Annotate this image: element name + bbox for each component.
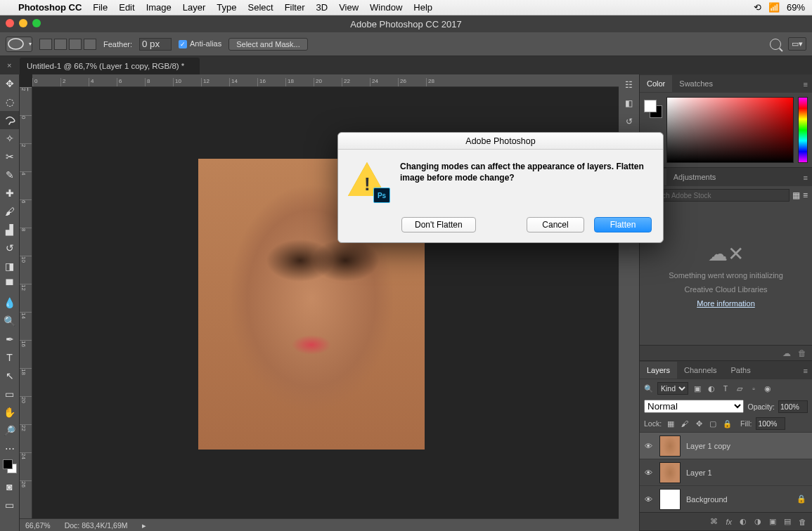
mac-menu-filter[interactable]: Filter — [285, 2, 305, 13]
mac-menu-window[interactable]: Window — [370, 2, 402, 13]
layer-name[interactable]: Layer 1 — [686, 468, 712, 477]
fx-icon[interactable]: fx — [726, 518, 732, 526]
lock-transparent-icon[interactable]: ▦ — [666, 419, 676, 428]
doc-size[interactable]: Doc: 863,4K/1,69M — [65, 521, 128, 530]
select-and-mask-button[interactable]: Select and Mask... — [228, 38, 308, 51]
ruler-vertical[interactable]: 202468101214161820222426 — [20, 87, 32, 518]
mac-menu-layer[interactable]: Layer — [183, 2, 206, 13]
library-search-input[interactable] — [644, 189, 790, 202]
move-tool[interactable]: ✥ — [0, 74, 19, 93]
hue-slider[interactable] — [798, 97, 808, 163]
eyedropper-tool[interactable]: ✎ — [0, 166, 19, 184]
trash-icon[interactable]: 🗑 — [798, 348, 806, 358]
delete-layer-icon[interactable]: 🗑 — [799, 518, 806, 526]
color-swatches[interactable] — [0, 458, 19, 478]
layer-thumbnail[interactable] — [659, 435, 681, 457]
mac-menu-select[interactable]: Select — [247, 2, 273, 13]
blend-mode-select[interactable]: Normal — [644, 400, 744, 413]
workspace-switcher[interactable]: ▭▾ — [788, 37, 806, 51]
feather-input[interactable] — [139, 38, 172, 51]
filter-smart-icon[interactable]: ▫ — [749, 383, 759, 393]
ruler-horizontal[interactable]: 0246810121416182022242628 — [32, 74, 619, 87]
link-layers-icon[interactable]: ⌘ — [710, 517, 718, 526]
layer-row[interactable]: 👁 Layer 1 copy — [640, 432, 812, 459]
dock-icon-3[interactable]: ↺ — [626, 117, 633, 126]
dont-flatten-button[interactable]: Don't Flatten — [401, 217, 476, 232]
tool-preset-picker[interactable]: ▾ — [6, 37, 32, 52]
dock-icon-2[interactable]: ◧ — [625, 98, 633, 108]
mac-menu-type[interactable]: Type — [217, 2, 236, 13]
lock-artboard-icon[interactable]: ▢ — [708, 419, 718, 428]
layer-row[interactable]: 👁 Layer 1 — [640, 459, 812, 485]
tab-channels[interactable]: Channels — [677, 362, 723, 379]
minimize-window-icon[interactable] — [19, 19, 27, 27]
pen-tool[interactable]: ✒ — [0, 330, 19, 348]
opacity-input[interactable] — [778, 400, 808, 413]
lasso-tool[interactable] — [0, 111, 19, 129]
flatten-button[interactable]: Flatten — [594, 217, 652, 232]
path-select-tool[interactable]: ↖ — [0, 367, 19, 385]
lock-position-icon[interactable]: ✥ — [694, 419, 704, 428]
filter-kind-select[interactable]: Kind — [657, 382, 688, 395]
traffic-lights[interactable] — [6, 19, 41, 27]
visibility-icon[interactable]: 👁 — [643, 468, 654, 477]
mac-menu-file[interactable]: File — [93, 2, 108, 13]
new-selection-button[interactable] — [39, 39, 52, 50]
adjustment-icon[interactable]: ◑ — [754, 517, 761, 526]
mac-menu-image[interactable]: Image — [146, 2, 172, 13]
screen-mode-icon[interactable]: ▭ — [0, 496, 19, 514]
eraser-tool[interactable]: ◨ — [0, 257, 19, 275]
filter-pixel-icon[interactable]: ▣ — [692, 383, 702, 393]
zoom-level[interactable]: 66,67% — [25, 521, 51, 530]
history-brush-tool[interactable]: ↺ — [0, 239, 19, 257]
mac-menu-3d[interactable]: 3D — [316, 2, 328, 13]
edit-toolbar-icon[interactable]: ⋯ — [0, 440, 19, 458]
quick-mask-icon[interactable]: ◙ — [0, 478, 19, 496]
filter-type-icon[interactable]: T — [721, 383, 730, 393]
list-view-icon[interactable]: ≡ — [803, 190, 808, 200]
color-field[interactable] — [666, 97, 794, 163]
visibility-icon[interactable]: 👁 — [643, 495, 654, 504]
cloud-icon[interactable]: ☁ — [782, 348, 791, 358]
wifi-icon[interactable]: 📶 — [768, 2, 780, 13]
subtract-selection-button[interactable] — [69, 39, 82, 50]
mac-menu-edit[interactable]: Edit — [119, 2, 134, 13]
filter-adjust-icon[interactable]: ◐ — [707, 383, 716, 393]
antialias-checkbox[interactable]: ✓Anti-alias — [179, 39, 221, 48]
layer-name[interactable]: Background — [686, 495, 728, 504]
healing-tool[interactable]: ✚ — [0, 184, 19, 202]
dock-icon-1[interactable]: ☷ — [625, 80, 633, 90]
search-icon[interactable] — [770, 39, 781, 50]
zoom-tool[interactable]: 🔎 — [0, 421, 19, 440]
cc-icon[interactable]: ⟲ — [754, 2, 761, 13]
tab-swatches[interactable]: Swatches — [672, 75, 720, 92]
filter-search-icon[interactable]: 🔍 — [644, 384, 653, 393]
document-tab[interactable]: × Untitled-1 @ 66,7% (Layer 1 copy, RGB/… — [20, 58, 200, 74]
brush-tool[interactable]: 🖌 — [0, 202, 19, 221]
crop-tool[interactable]: ✂ — [0, 148, 19, 166]
status-arrow-icon[interactable]: ▸ — [142, 521, 146, 530]
tab-layers[interactable]: Layers — [640, 362, 677, 379]
panel-menu-icon[interactable]: ≡ — [804, 367, 808, 375]
close-window-icon[interactable] — [6, 19, 14, 27]
layer-thumbnail[interactable] — [659, 462, 681, 483]
group-icon[interactable]: ▣ — [769, 517, 776, 526]
new-layer-icon[interactable]: ▤ — [784, 517, 791, 526]
visibility-icon[interactable]: 👁 — [643, 442, 654, 450]
layer-row[interactable]: 👁 Background 🔒 — [640, 485, 812, 512]
type-tool[interactable]: T — [0, 348, 19, 367]
more-information-link[interactable]: More information — [697, 299, 755, 308]
dodge-tool[interactable]: 🔍 — [0, 312, 19, 330]
magic-wand-tool[interactable]: ✧ — [0, 129, 19, 148]
mac-app-name[interactable]: Photoshop CC — [18, 2, 82, 13]
add-selection-button[interactable] — [54, 39, 67, 50]
layer-thumbnail[interactable] — [659, 489, 681, 510]
fill-input[interactable] — [756, 417, 785, 430]
shape-tool[interactable]: ▭ — [0, 385, 19, 403]
gradient-tool[interactable]: ▀ — [0, 275, 19, 294]
zoom-window-icon[interactable] — [32, 19, 41, 27]
layer-name[interactable]: Layer 1 copy — [686, 442, 730, 450]
marquee-tool[interactable]: ◌ — [0, 93, 19, 111]
lock-all-icon[interactable]: 🔒 — [722, 419, 732, 428]
cancel-button[interactable]: Cancel — [527, 217, 584, 232]
